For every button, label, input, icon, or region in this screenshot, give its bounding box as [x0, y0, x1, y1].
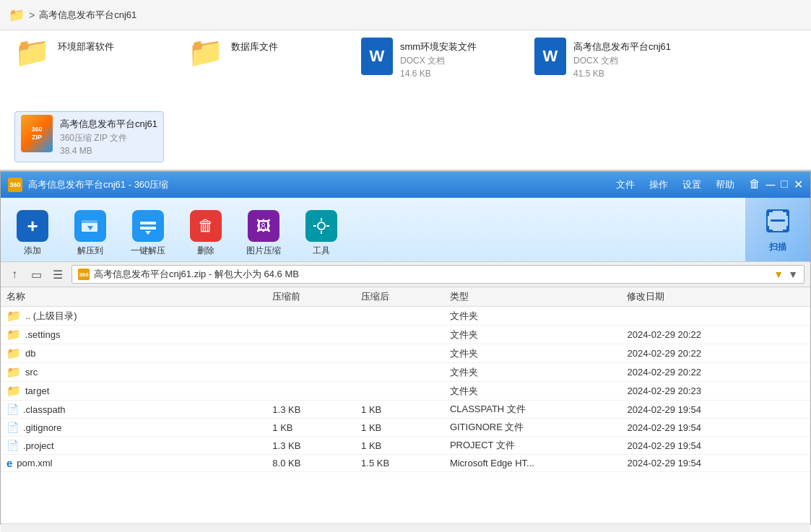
file-name: 高考信息发布平台cnj61	[573, 40, 671, 53]
svg-rect-18	[767, 226, 769, 232]
row-name-text: .classpath	[23, 404, 66, 415]
table-row[interactable]: 📁.. (上级目录) 文件夹	[1, 307, 810, 326]
row-after: 1.5 KB	[361, 458, 450, 468]
extract-to-button[interactable]: 解压到	[70, 210, 110, 257]
edge-icon: e	[6, 457, 12, 469]
file-meta: 环境部署软件	[58, 38, 114, 53]
table-row[interactable]: 📁db 文件夹 2024-02-29 20:22	[1, 344, 810, 363]
detail-view-btn[interactable]: ☰	[50, 268, 66, 282]
list-item[interactable]: 📁 环境部署软件	[14, 38, 159, 82]
file-meta: 高考信息发布平台cnj61 360压缩 ZIP 文件 38.4 MB	[60, 115, 157, 156]
menu-ops[interactable]: 操作	[649, 178, 668, 191]
svg-rect-20	[786, 226, 789, 232]
svg-rect-16	[786, 210, 789, 216]
row-after: 1 KB	[361, 422, 450, 433]
row-type: GITIGNORE 文件	[450, 421, 628, 434]
zip-titlebar: 360 高考信息发布平台cnj61 - 360压缩 文件 操作 设置 帮助 🗑 …	[1, 172, 810, 198]
list-item[interactable]: 📁 数据库文件	[188, 38, 332, 82]
minimize-button[interactable]: ─	[766, 178, 776, 193]
add-button[interactable]: + 添加	[12, 210, 53, 257]
docx-icon	[361, 38, 393, 75]
svg-marker-5	[145, 231, 151, 235]
zip-window: 360 高考信息发布平台cnj61 - 360压缩 文件 操作 设置 帮助 🗑 …	[0, 171, 811, 525]
file-icon: 📄	[6, 440, 19, 451]
breadcrumb-folder-icon: 📁	[9, 7, 25, 23]
file-name: smm环境安装文件	[400, 40, 477, 53]
list-item[interactable]: 360ZIP 高考信息发布平台cnj61 360压缩 ZIP 文件 38.4 M…	[14, 111, 164, 163]
file-type: 360压缩 ZIP 文件	[60, 132, 157, 144]
zip-window-title: 高考信息发布平台cnj61 - 360压缩	[28, 178, 610, 191]
row-name-text: db	[25, 348, 35, 359]
row-date: 2024-02-29 20:22	[627, 367, 805, 378]
extract-to-label: 解压到	[77, 245, 103, 257]
docx-icon	[534, 38, 566, 75]
address-expand-icon[interactable]: ▼	[788, 269, 798, 280]
row-name-text: .settings	[25, 329, 60, 340]
table-row[interactable]: 📄.project 1.3 KB 1 KB PROJECT 文件 2024-02…	[1, 437, 810, 455]
file-size: 41.5 KB	[573, 69, 671, 79]
row-before: 1.3 KB	[272, 440, 361, 451]
row-date: 2024-02-29 19:54	[627, 422, 805, 433]
menu-help[interactable]: 帮助	[716, 178, 734, 191]
row-name-text: src	[25, 367, 38, 378]
col-header-before: 压缩前	[272, 290, 361, 303]
add-icon: +	[17, 210, 48, 242]
row-date: 2024-02-29 19:54	[627, 440, 805, 451]
file-name: 环境部署软件	[58, 40, 114, 53]
row-type: 文件夹	[450, 310, 628, 323]
file-icon: 📄	[6, 422, 19, 433]
list-item[interactable]: smm环境安装文件 DOCX 文档 14.6 KB	[361, 38, 506, 82]
list-view-btn[interactable]: ▭	[28, 268, 44, 282]
back-button[interactable]: ↑	[6, 268, 22, 281]
table-row[interactable]: e pom.xml 8.0 KB 1.5 KB Microsoft Edge H…	[1, 455, 810, 472]
row-date: 2024-02-29 20:22	[627, 329, 805, 340]
row-after: 1 KB	[361, 440, 450, 451]
maximize-button[interactable]: □	[781, 178, 788, 193]
folder-icon: 📁	[6, 365, 21, 379]
table-row[interactable]: 📁.settings 文件夹 2024-02-29 20:22	[1, 326, 810, 344]
file-meta: smm环境安装文件 DOCX 文档 14.6 KB	[400, 38, 477, 79]
col-header-type: 类型	[450, 290, 628, 303]
delete-icon: 🗑	[190, 210, 222, 242]
svg-rect-12	[771, 219, 785, 222]
row-type: Microsoft Edge HT...	[450, 458, 628, 468]
table-row[interactable]: 📁target 文件夹 2024-02-29 20:23	[1, 382, 810, 401]
row-type: CLASSPATH 文件	[450, 403, 628, 416]
file-type: DOCX 文档	[573, 55, 671, 67]
img-compress-button[interactable]: 🖼 图片压缩	[243, 210, 284, 257]
table-row[interactable]: 📁src 文件夹 2024-02-29 20:22	[1, 363, 810, 382]
delete-label: 删除	[197, 245, 214, 257]
address-dropdown-icon[interactable]: ▼	[773, 269, 784, 280]
menu-settings[interactable]: 设置	[682, 178, 701, 191]
row-type: PROJECT 文件	[450, 439, 628, 452]
file-name: 数据库文件	[231, 40, 278, 53]
address-input[interactable]: 360 高考信息发布平台cnj61.zip - 解包大小为 64.6 MB ▼ …	[71, 265, 805, 284]
row-name-text: target	[25, 385, 49, 396]
address-icon: 360	[78, 269, 90, 280]
row-name-text: pom.xml	[17, 458, 52, 468]
address-text: 高考信息发布平台cnj61.zip - 解包大小为 64.6 MB	[94, 268, 769, 281]
row-before: 1.3 KB	[272, 404, 361, 415]
table-row[interactable]: 📄.classpath 1.3 KB 1 KB CLASSPATH 文件 202…	[1, 401, 810, 419]
tools-button[interactable]: 工具	[301, 210, 342, 257]
row-name-text: .. (上级目录)	[25, 310, 77, 323]
zip-addressbar: ↑ ▭ ☰ 360 高考信息发布平台cnj61.zip - 解包大小为 64.6…	[1, 261, 810, 287]
close-button[interactable]: ✕	[794, 178, 803, 193]
zip-icon-btn[interactable]: 🗑	[749, 178, 760, 193]
table-row[interactable]: 📄.gitignore 1 KB 1 KB GITIGNORE 文件 2024-…	[1, 419, 810, 437]
col-header-name: 名称	[6, 290, 272, 303]
delete-button[interactable]: 🗑 删除	[186, 210, 226, 257]
menu-file[interactable]: 文件	[616, 178, 635, 191]
list-item[interactable]: 高考信息发布平台cnj61 DOCX 文档 41.5 KB	[534, 38, 679, 82]
file-grid: 📁 环境部署软件 📁 数据库文件 smm环境安装文件 DOCX 文档 14.6 …	[0, 30, 811, 171]
row-type: 文件夹	[450, 366, 628, 379]
one-click-button[interactable]: 一键解压	[128, 210, 168, 257]
file-size: 38.4 MB	[60, 146, 157, 156]
tools-icon	[305, 210, 337, 242]
tools-label: 工具	[313, 245, 330, 257]
breadcrumb-separator: >	[29, 9, 35, 21]
file-type: DOCX 文档	[400, 55, 477, 67]
scan-area[interactable]: 扫描	[745, 198, 810, 261]
row-date: 2024-02-29 20:22	[627, 348, 805, 359]
file-name: 高考信息发布平台cnj61	[60, 118, 157, 131]
